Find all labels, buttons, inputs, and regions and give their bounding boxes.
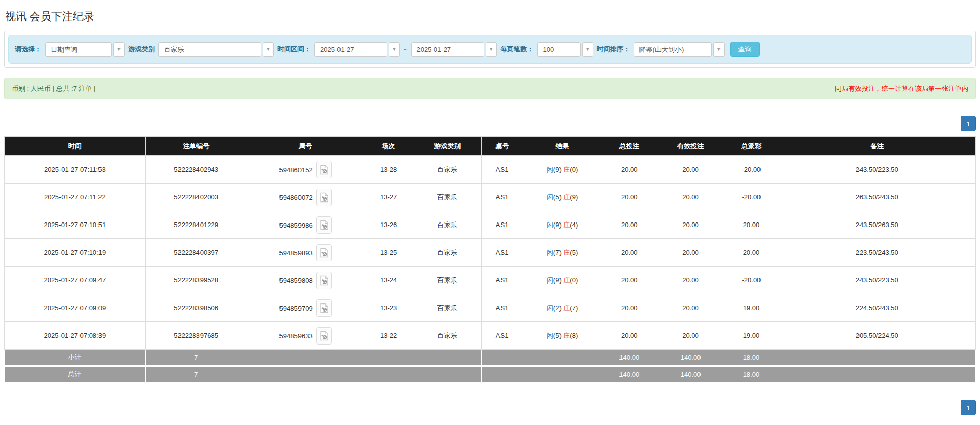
- game-type-value[interactable]: 百家乐: [158, 42, 261, 57]
- game-type-select[interactable]: 百家乐 ▼: [158, 42, 274, 57]
- player-result-score: (2): [553, 304, 564, 312]
- page-1-button[interactable]: 1: [961, 400, 976, 415]
- date-to-value[interactable]: 2025-01-27: [411, 42, 484, 57]
- video-replay-button[interactable]: [316, 189, 332, 206]
- chevron-down-icon[interactable]: ▼: [389, 42, 400, 57]
- per-page-value[interactable]: 100: [537, 42, 581, 57]
- footer-valid-bet: 140.00: [657, 366, 724, 382]
- cell-bet-id: 522228397685: [145, 322, 247, 350]
- cell-session: 13-22: [364, 322, 413, 350]
- banker-result-score: (8): [570, 332, 578, 339]
- per-page-select[interactable]: 100 ▼: [537, 42, 593, 57]
- chevron-down-icon[interactable]: ▼: [263, 42, 274, 57]
- player-result-label: 闲: [547, 166, 553, 173]
- chevron-down-icon[interactable]: ▼: [113, 42, 125, 57]
- cell-total-bet[interactable]: 20.00: [602, 322, 657, 350]
- player-result-label: 闲: [547, 304, 553, 312]
- table-row: 2025-01-27 07:11:22522228402003594860072…: [5, 184, 976, 211]
- footer-empty: [481, 366, 523, 382]
- video-replay-button[interactable]: [316, 299, 332, 317]
- banker-result-label: 庄: [563, 166, 570, 173]
- cell-remark: 243.50/223.50: [778, 156, 976, 184]
- cell-result: 闲(9) 庄(4): [523, 211, 602, 239]
- time-sort-value[interactable]: 降幂(由大到小): [634, 42, 712, 57]
- round-id-text: 594860152: [279, 166, 313, 173]
- cell-session: 13-25: [364, 239, 413, 267]
- round-id-text: 594859893: [279, 249, 313, 256]
- cell-session: 13-23: [364, 294, 413, 322]
- video-replay-button[interactable]: [316, 244, 332, 261]
- cell-remark: 205.50/224.50: [778, 322, 976, 350]
- filter-panel: 请选择： 日期查询 ▼ 游戏类别 百家乐 ▼ 时间区间： 2025-01-27 …: [4, 31, 976, 68]
- cell-payout: 19.00: [724, 294, 778, 322]
- cell-time: 2025-01-27 07:09:09: [5, 294, 146, 322]
- query-type-value[interactable]: 日期查询: [45, 42, 112, 57]
- cell-total-bet[interactable]: 20.00: [602, 184, 657, 211]
- chevron-down-icon[interactable]: ▼: [486, 42, 497, 57]
- cell-total-bet[interactable]: 20.00: [602, 211, 657, 239]
- cell-game-type: 百家乐: [413, 184, 482, 211]
- footer-empty: [247, 366, 364, 382]
- column-header-payout: 总派彩: [724, 137, 778, 156]
- player-result-label: 闲: [547, 193, 553, 201]
- time-sort-select[interactable]: 降幂(由大到小) ▼: [634, 42, 725, 57]
- cell-session: 13-27: [364, 184, 413, 211]
- table-row: 2025-01-27 07:08:39522228397685594859633…: [5, 322, 976, 350]
- game-type-label: 游戏类别: [128, 45, 155, 54]
- query-button[interactable]: 查询: [730, 42, 760, 57]
- cell-game-type: 百家乐: [413, 156, 482, 184]
- time-range-label: 时间区间：: [277, 45, 311, 54]
- cell-game-type: 百家乐: [413, 267, 482, 294]
- cell-payout: 20.00: [724, 211, 778, 239]
- banker-result-score: (5): [570, 249, 578, 256]
- table-row: 2025-01-27 07:09:09522228398506594859709…: [5, 294, 976, 322]
- video-replay-button[interactable]: [316, 327, 332, 345]
- cell-total-bet[interactable]: 20.00: [602, 239, 657, 267]
- cell-total-bet[interactable]: 20.00: [602, 267, 657, 294]
- banker-result-label: 庄: [563, 249, 570, 256]
- date-from-select[interactable]: 2025-01-27 ▼: [314, 42, 400, 57]
- cell-round-id: 594859808: [247, 267, 364, 294]
- video-replay-button[interactable]: [316, 272, 332, 289]
- footer-empty: [481, 350, 523, 366]
- chevron-down-icon[interactable]: ▼: [713, 42, 725, 57]
- round-id-text: 594860072: [279, 193, 313, 201]
- cell-bet-id: 522228402943: [145, 156, 247, 184]
- video-clip-icon: [320, 165, 328, 175]
- footer-payout: 18.00: [724, 366, 778, 382]
- page-1-button[interactable]: 1: [961, 116, 976, 131]
- footer-label: 小计: [5, 350, 146, 366]
- cell-result: 闲(9) 庄(0): [523, 156, 602, 184]
- filter-bar: 请选择： 日期查询 ▼ 游戏类别 百家乐 ▼ 时间区间： 2025-01-27 …: [8, 35, 972, 64]
- footer-total-bet: 140.00: [602, 366, 657, 382]
- round-id-text: 594859709: [279, 304, 313, 312]
- cell-total-bet[interactable]: 20.00: [602, 156, 657, 184]
- footer-empty: [413, 350, 482, 366]
- chevron-down-icon[interactable]: ▼: [582, 42, 593, 57]
- query-type-select[interactable]: 日期查询 ▼: [45, 42, 125, 57]
- page: 视讯 会员下注纪录 请选择： 日期查询 ▼ 游戏类别 百家乐 ▼ 时间区间： 2…: [0, 0, 980, 418]
- cell-payout: -20.00: [724, 267, 778, 294]
- table-row: 2025-01-27 07:11:53522228402943594860152…: [5, 156, 976, 184]
- date-from-value[interactable]: 2025-01-27: [314, 42, 387, 57]
- round-id-text: 594859808: [279, 276, 313, 284]
- cell-round-id: 594859893: [247, 239, 364, 267]
- banker-result-score: (0): [570, 276, 578, 284]
- banker-result-score: (7): [570, 304, 578, 312]
- cell-result: 闲(2) 庄(7): [523, 294, 602, 322]
- cell-valid-bet: 20.00: [657, 156, 724, 184]
- round-id-text: 594859633: [279, 332, 313, 339]
- date-to-select[interactable]: 2025-01-27 ▼: [411, 42, 497, 57]
- query-type-label: 请选择：: [15, 45, 42, 54]
- cell-valid-bet: 20.00: [657, 239, 724, 267]
- cell-total-bet[interactable]: 20.00: [602, 294, 657, 322]
- banker-result-label: 庄: [563, 276, 570, 284]
- footer-total-bet: 140.00: [602, 350, 657, 366]
- video-clip-icon: [320, 192, 328, 203]
- video-replay-button[interactable]: [316, 216, 332, 234]
- cell-time: 2025-01-27 07:10:51: [5, 211, 146, 239]
- range-tilde: ~: [404, 46, 408, 53]
- video-replay-button[interactable]: [316, 161, 332, 178]
- column-header-game-type: 游戏类别: [413, 137, 482, 156]
- footer-count: 7: [145, 366, 247, 382]
